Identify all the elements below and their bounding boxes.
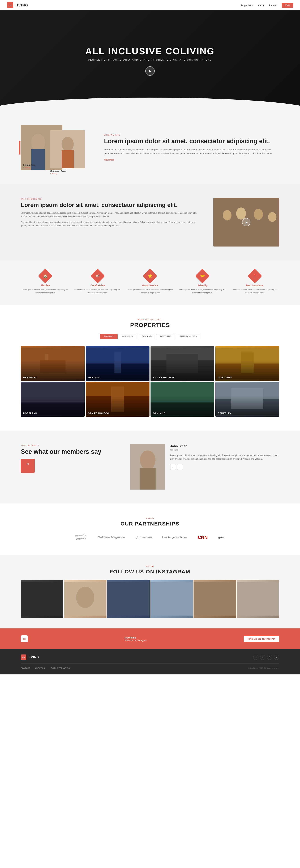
footer-logo-icon: co (21, 654, 26, 660)
insta-illustration-5 (194, 580, 236, 618)
common-area-title: Common Area (50, 170, 85, 173)
why-body2: Quisque blandit, tortor sit amet malesua… (21, 220, 199, 227)
instagram-item-1[interactable] (21, 580, 63, 618)
filter-san-francisco[interactable]: SAN FRANCISCO (176, 334, 200, 339)
testimonial-content: John Smith Oakland Lorem ipsum dolor sit… (170, 444, 279, 470)
filter-portland[interactable]: PORTLAND (156, 334, 175, 339)
why-play-button[interactable] (242, 218, 251, 226)
instagram-item-2[interactable] (64, 580, 106, 618)
comfortable-title: Comfortable (73, 284, 122, 287)
insta-illustration-1 (21, 580, 63, 618)
nav-about[interactable]: About (258, 4, 264, 7)
friendly-title: Friendly (178, 284, 227, 287)
who-image-2-label: Common Area Coliving (50, 168, 85, 176)
prop-label-oakland-1: OAKLAND (86, 374, 103, 381)
who-text: WHO WE ARE Lorem ipsum dolor sit amet, c… (104, 134, 279, 161)
why-video-preview (213, 198, 279, 247)
instagram-grid (21, 580, 279, 618)
testimonial-next-button[interactable]: › (177, 464, 183, 470)
feature-good-service: ⭐ Good Service Lorem ipsum dolor sit ame… (126, 271, 174, 294)
instagram-item-5[interactable] (194, 580, 236, 618)
prop-label-berkeley-1: BERKELEY (21, 374, 39, 381)
prop-label-san-francisco-1: SAN FRANCISCO (151, 374, 176, 381)
hero-title: ALL INCLUSIVE COLIVING (85, 46, 215, 56)
who-section: Living Area Coliving Common Area Colivin… (0, 111, 300, 184)
footer-legal[interactable]: LEGAL INFORMATION (50, 667, 70, 669)
instagram-section: SOCIAL FOLLOW US ON INSTAGRAM (0, 555, 300, 628)
filter-oakland[interactable]: OAKLAND (138, 334, 155, 339)
svg-point-12 (254, 209, 263, 220)
partner-cnn: CNN (198, 535, 207, 540)
svg-point-13 (268, 212, 276, 222)
view-more-link[interactable]: View More (104, 159, 114, 161)
testimonial-prev-button[interactable]: ‹ (170, 464, 176, 470)
prop-card-berkeley-1[interactable]: BERKELEY (21, 346, 85, 381)
footer-copyright: © Co-Living 2016. All rights reserved (248, 667, 279, 669)
instagram-section-label: SOCIAL (21, 565, 279, 567)
partner-morning-edition: m~mindedition (75, 534, 88, 541)
footer-cta-logo-icon: co (21, 636, 28, 642)
social-facebook[interactable]: f (253, 655, 258, 660)
prop-card-portland-2[interactable]: PORTLAND (21, 382, 85, 416)
prop-label-berkeley-2: BERKELEY (215, 410, 234, 416)
feature-friendly: 🤝 Friendly Lorem ipsum dolor sit amet, c… (178, 271, 227, 294)
footer-contact[interactable]: CONTACT (21, 667, 30, 669)
who-images: Living Area Coliving Common Area Colivin… (21, 125, 62, 170)
prop-label-san-francisco-2: SAN FRANCISCO (86, 410, 111, 416)
insta-illustration-4 (151, 580, 193, 618)
comfortable-icon: 🛋 (90, 269, 105, 283)
testimonials-left: TESTIMONIALS See what our members say " (21, 444, 120, 473)
prop-card-san-francisco-1[interactable]: SAN FRANCISCO (151, 346, 214, 381)
prop-card-oakland-2[interactable]: OAKLAND (151, 382, 214, 416)
prop-card-berkeley-2[interactable]: BERKELEY (215, 382, 279, 416)
social-google-plus[interactable]: G (267, 655, 272, 660)
svg-rect-49 (21, 582, 63, 616)
who-image-2-illustration (50, 130, 85, 168)
instagram-item-4[interactable] (151, 580, 193, 618)
properties-heading: PROPERTIES (21, 322, 279, 329)
prop-label-portland-2: PORTLAND (21, 410, 39, 416)
svg-rect-52 (64, 582, 106, 616)
good-service-icon: ⭐ (143, 269, 158, 283)
who-image-2 (50, 130, 85, 168)
footer-about-us[interactable]: ABOUT US (35, 667, 45, 669)
join-button[interactable]: JOIN (281, 3, 293, 8)
why-body1: Lorem ipsum dolor sit amet, consectetur … (21, 211, 199, 218)
social-linkedin[interactable]: in (274, 655, 279, 660)
testimonial-person-illustration (130, 444, 165, 490)
footer-main: co LIVING f t G in (21, 654, 279, 660)
filter-berkeley[interactable]: BERKELEY (119, 334, 137, 339)
hero-subtitle: PEOPLE RENT ROOMS ONLY AND SHARE KITCHEN… (85, 59, 215, 61)
logo: co LIVING (7, 2, 28, 8)
testimonials-section-label: TESTIMONIALS (21, 444, 120, 446)
play-button[interactable] (145, 66, 155, 76)
logo-text: LIVING (14, 3, 28, 7)
prop-card-oakland-1[interactable]: OAKLAND (86, 346, 149, 381)
svg-point-11 (236, 208, 246, 220)
why-section-label: WHY CHOOSE US (21, 198, 199, 200)
instagram-item-6[interactable] (237, 580, 279, 618)
filter-show-all[interactable]: SHOW ALL (100, 334, 118, 339)
accent-bar (19, 141, 21, 155)
prop-label-oakland-2: OAKLAND (151, 410, 168, 416)
best-locations-desc: Lorem ipsum dolor sit amet, consectetur … (230, 288, 279, 294)
footer-links-row: CONTACT ABOUT US LEGAL INFORMATION © Co-… (21, 663, 279, 669)
footer-cta-button[interactable]: FIND US ON INSTAGRAM (244, 636, 279, 642)
svg-rect-47 (130, 444, 165, 490)
social-twitter[interactable]: t (260, 655, 265, 660)
partnerships-heading: OUR PARTNERSHIPS (21, 521, 279, 527)
prop-card-san-francisco-2[interactable]: SAN FRANCISCO (86, 382, 149, 416)
nav-properties[interactable]: Properties ▾ (241, 4, 253, 7)
partnerships-section: PRESS OUR PARTNERSHIPS m~mindedition Oak… (0, 503, 300, 555)
prop-card-portland-1[interactable]: PORTLAND (215, 346, 279, 381)
best-locations-title: Best Locations (230, 284, 279, 287)
common-area-sub: Coliving (50, 173, 85, 175)
properties-section-label: WHAT DO YOU LIKE? (21, 318, 279, 321)
footer-logo: co LIVING (21, 654, 39, 660)
why-section: WHY CHOOSE US Lorem ipsum dolor sit amet… (0, 184, 300, 260)
nav-partner[interactable]: Partner (269, 4, 276, 7)
testimonials-heading: See what our members say (21, 448, 120, 455)
testimonials-right: John Smith Oakland Lorem ipsum dolor sit… (130, 444, 279, 490)
nav-links: Properties ▾ About Partner JOIN (241, 3, 293, 8)
instagram-item-3[interactable] (107, 580, 149, 618)
